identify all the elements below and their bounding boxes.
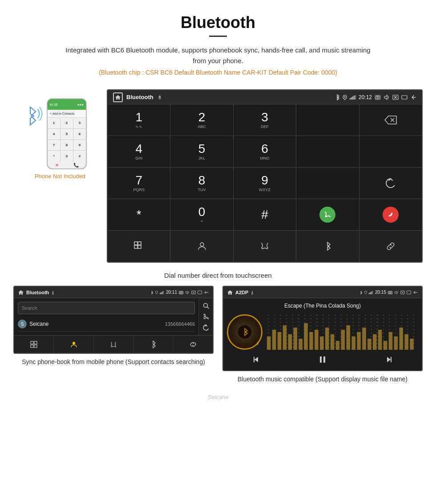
toolbar-link-btn[interactable]	[359, 231, 422, 262]
phone-key-3: 3	[73, 118, 86, 128]
dial-key-0[interactable]: 0 +	[170, 199, 233, 230]
phone-container: M:25 ●●● + Add to Contacts 1 2 3 4 5 6 7	[13, 89, 107, 180]
watermark-area: Seicane	[0, 393, 436, 405]
svg-rect-68	[404, 334, 408, 350]
phone-screen-top: M:25 ●●●	[48, 99, 86, 110]
bottom-screenshots: Bluetooth	[0, 286, 436, 393]
music-vol-icon	[394, 291, 399, 294]
music-loc-icon	[364, 291, 367, 294]
phonebook-home-icon[interactable]	[18, 289, 24, 296]
phone-key-5: 5	[61, 129, 73, 140]
dial-number-7: 7	[135, 174, 142, 187]
toolbar-contacts-btn[interactable]	[170, 231, 233, 262]
phonebook-search-bar[interactable]: Search	[18, 302, 195, 314]
dial-key-2[interactable]: 2 ABC	[170, 104, 233, 136]
svg-rect-60	[362, 328, 366, 350]
dial-key-hash[interactable]: #	[234, 199, 296, 230]
dial-key-5[interactable]: 5 JKL	[170, 136, 233, 167]
svg-rect-7	[375, 96, 380, 99]
bluetooth-toolbar-icon	[323, 241, 331, 251]
toolbar-bluetooth-btn[interactable]	[296, 231, 359, 262]
grid-icon	[133, 241, 144, 252]
pb-toolbar-bt[interactable]	[133, 336, 173, 353]
phonebook-status-left: Bluetooth	[18, 289, 55, 296]
pb-win-icon	[198, 291, 202, 294]
dial-key-7[interactable]: 7 PQRS	[108, 168, 170, 199]
contact-letter-s: S	[18, 320, 27, 328]
pb-toolbar-phone[interactable]	[94, 336, 133, 353]
svg-rect-69	[410, 339, 414, 350]
pb-grid-icon	[30, 341, 37, 348]
svg-rect-55	[336, 341, 340, 350]
phonebook-content: Search S Seicane 13566664466	[14, 298, 213, 335]
dial-letters-1: ∿∿	[135, 124, 142, 129]
phone-side-icon[interactable]	[202, 313, 210, 320]
toolbar-dialpad-btn[interactable]	[108, 231, 170, 262]
dial-key-8[interactable]: 8 TUV	[170, 168, 233, 199]
svg-rect-67	[400, 328, 404, 350]
search-side-icon[interactable]	[202, 302, 210, 309]
dial-number-3: 3	[261, 111, 268, 124]
pb-toolbar-grid[interactable]	[14, 336, 54, 353]
pb-bt-icon	[150, 291, 153, 294]
dial-number-5: 5	[198, 143, 206, 155]
dial-letters-0: +	[201, 219, 203, 224]
phone-key-0: 0	[61, 151, 73, 161]
music-back-icon[interactable]	[413, 291, 418, 294]
music-home-icon[interactable]	[227, 289, 233, 296]
phone-end-icon	[387, 211, 395, 219]
svg-rect-62	[373, 334, 377, 350]
phone-bottom-bar: ✕ 📞	[48, 161, 86, 168]
svg-rect-19	[162, 292, 163, 294]
dial-backspace[interactable]	[359, 104, 422, 136]
phone-key-star: *	[48, 151, 60, 161]
dial-number-0: 0	[198, 206, 206, 218]
dial-key-4[interactable]: 4 GHI	[108, 136, 170, 167]
dial-call-red[interactable]	[359, 199, 422, 230]
svg-rect-21	[179, 292, 183, 294]
music-bt-icon	[359, 291, 363, 294]
svg-rect-46	[288, 334, 292, 350]
svg-point-16	[52, 293, 54, 294]
prev-track-btn[interactable]	[248, 353, 264, 368]
dial-key-6[interactable]: 6 MNO	[234, 136, 296, 167]
svg-rect-4	[352, 96, 353, 100]
dial-letters-9: WXYZ	[259, 188, 270, 192]
contact-row-seicane[interactable]: S Seicane 13566664466	[18, 317, 195, 332]
dial-call-green[interactable]	[296, 199, 359, 230]
pb-handset-icon	[110, 341, 117, 348]
next-track-btn[interactable]	[381, 353, 397, 368]
svg-rect-13	[134, 245, 137, 248]
next-icon	[384, 355, 393, 364]
phone-key-9: 9	[73, 140, 86, 151]
svg-point-8	[377, 97, 378, 98]
dial-caption: Dial number direct from touchscreen	[0, 267, 436, 286]
dial-letters-8: TUV	[198, 188, 206, 192]
svg-rect-18	[161, 292, 161, 294]
play-pause-btn[interactable]	[315, 353, 331, 368]
pb-toolbar-link[interactable]	[174, 336, 213, 353]
album-bt-icon	[241, 328, 248, 336]
home-icon[interactable]	[113, 92, 123, 102]
dial-number-9: 9	[261, 174, 268, 187]
dial-letters-4: GHI	[135, 156, 142, 160]
camera-icon	[375, 95, 381, 100]
dial-key-1[interactable]: 1 ∿∿	[108, 104, 170, 136]
music-device: A2DP	[222, 286, 423, 371]
dial-key-9[interactable]: 9 WXYZ	[234, 168, 296, 199]
status-bar-left: Bluetooth	[113, 92, 162, 102]
call-green-icon	[319, 207, 335, 223]
svg-rect-56	[341, 330, 345, 350]
dial-key-3[interactable]: 3 DEF	[234, 104, 296, 136]
toolbar-phone-btn[interactable]	[234, 231, 296, 262]
dial-key-star[interactable]: *	[108, 199, 170, 230]
pb-back-icon[interactable]	[204, 291, 209, 294]
phone-body: M:25 ●●● + Add to Contacts 1 2 3 4 5 6 7	[47, 98, 87, 169]
pb-toolbar-person[interactable]	[54, 336, 93, 353]
refresh-side-icon[interactable]	[202, 324, 210, 331]
svg-rect-24	[198, 291, 202, 294]
svg-rect-28	[31, 345, 33, 348]
dial-refresh[interactable]	[359, 168, 422, 199]
music-win-icon	[407, 291, 411, 294]
back-icon[interactable]	[410, 95, 416, 100]
